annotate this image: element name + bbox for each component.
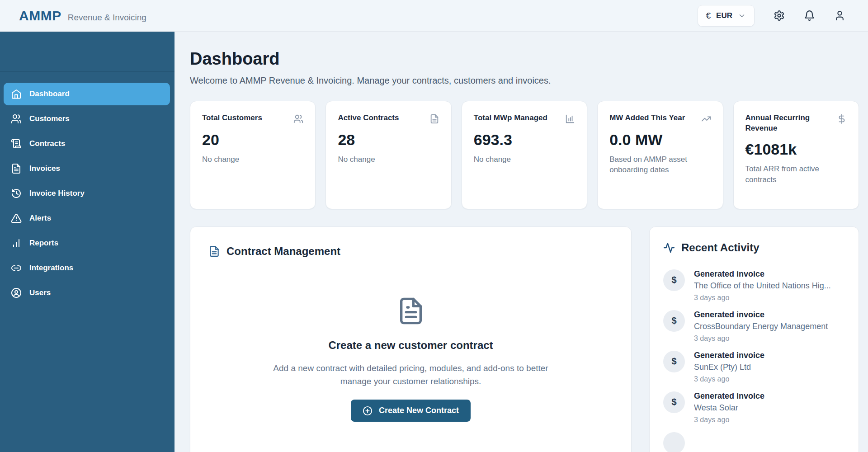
- chevron-down-icon: [738, 12, 746, 20]
- sidebar-item-contracts[interactable]: Contracts: [4, 132, 170, 155]
- sidebar-item-label: Dashboard: [29, 89, 70, 99]
- stat-card-total-customers: Total Customers 20 No change: [190, 101, 316, 209]
- file-text-icon: [429, 114, 439, 124]
- sidebar-item-label: Invoices: [29, 164, 60, 173]
- activity-time: 3 days ago: [694, 294, 831, 302]
- contract-empty-state: Create a new customer contract Add a new…: [208, 297, 613, 422]
- activity-time: 3 days ago: [694, 416, 764, 424]
- stat-label: Annual Recurring Revenue: [745, 113, 832, 134]
- stat-card-arr: Annual Recurring Revenue €1081k Total AR…: [733, 101, 859, 209]
- bar-chart-icon: [565, 114, 575, 124]
- sidebar-item-customers[interactable]: Customers: [4, 108, 170, 130]
- recent-activity-panel: Recent Activity $ Generated invoice The …: [649, 226, 859, 452]
- activity-title: Generated invoice: [694, 391, 764, 401]
- sidebar-item-invoice-history[interactable]: Invoice History: [4, 182, 170, 205]
- stat-value: 28: [338, 131, 439, 149]
- sidebar: Dashboard Customers Contracts Invoices I…: [0, 32, 175, 452]
- stat-label: Active Contracts: [338, 113, 399, 124]
- gear-icon: [774, 10, 785, 21]
- scroll-icon: [11, 138, 22, 149]
- sidebar-item-dashboard[interactable]: Dashboard: [4, 83, 170, 105]
- activity-title: Generated invoice: [694, 351, 764, 360]
- activity-title: Generated invoice: [694, 310, 828, 320]
- user-menu-button[interactable]: [834, 10, 845, 21]
- activity-subject: The Office of the United Nations Hig...: [694, 281, 831, 291]
- file-text-icon: [208, 245, 220, 257]
- stat-value: €1081k: [745, 141, 847, 158]
- stat-label: Total Customers: [202, 113, 262, 124]
- sidebar-item-label: Contracts: [29, 139, 65, 148]
- panel-title: Recent Activity: [681, 241, 760, 254]
- settings-button[interactable]: [774, 10, 785, 21]
- stat-label: Total MWp Managed: [474, 113, 547, 124]
- activity-subject: SunEx (Pty) Ltd: [694, 363, 764, 372]
- sidebar-item-label: Users: [29, 288, 51, 297]
- sidebar-item-users[interactable]: Users: [4, 282, 170, 304]
- sidebar-top-spacer: [0, 32, 175, 71]
- stat-value: 20: [202, 131, 303, 149]
- dollar-avatar: $: [663, 310, 685, 332]
- activity-list: $ Generated invoice The Office of the Un…: [663, 269, 845, 452]
- dollar-avatar: [663, 432, 685, 452]
- main-content: Dashboard Welcome to AMMP Revenue & Invo…: [175, 32, 868, 452]
- empty-state-title: Create a new customer contract: [328, 339, 493, 352]
- activity-item: $ Generated invoice SunEx (Pty) Ltd 3 da…: [663, 351, 845, 383]
- bar-chart-icon: [11, 238, 22, 249]
- app-subtitle: Revenue & Invoicing: [68, 13, 146, 23]
- panel-title: Contract Management: [226, 245, 340, 258]
- dollar-avatar: $: [663, 391, 685, 413]
- users-icon: [11, 113, 22, 124]
- page-title: Dashboard: [190, 49, 859, 70]
- stat-note: No change: [338, 154, 428, 165]
- activity-time: 3 days ago: [694, 334, 828, 343]
- sidebar-nav: Dashboard Customers Contracts Invoices I…: [0, 71, 175, 304]
- stat-note: Based on AMMP asset onboarding dates: [609, 154, 700, 176]
- user-circle-icon: [11, 287, 22, 298]
- file-text-icon: [11, 163, 22, 174]
- currency-selector[interactable]: € EUR: [698, 5, 755, 27]
- contract-management-panel: Contract Management Create a new custome…: [190, 226, 632, 452]
- sidebar-item-integrations[interactable]: Integrations: [4, 257, 170, 279]
- header-actions: € EUR: [698, 5, 845, 27]
- bell-icon: [804, 10, 815, 21]
- activity-pulse-icon: [663, 242, 675, 254]
- activity-subject: CrossBoundary Energy Management: [694, 322, 828, 331]
- stat-note: No change: [202, 154, 292, 165]
- empty-state-description: Add a new contract with detailed pricing…: [266, 362, 556, 388]
- link-icon: [11, 263, 22, 273]
- activity-title: Generated invoice: [694, 269, 831, 279]
- sidebar-item-label: Alerts: [29, 214, 51, 223]
- dollar-avatar: $: [663, 351, 685, 372]
- activity-time: 3 days ago: [694, 375, 764, 383]
- sidebar-item-alerts[interactable]: Alerts: [4, 207, 170, 230]
- notifications-button[interactable]: [804, 10, 815, 21]
- sidebar-item-label: Customers: [29, 114, 70, 123]
- create-button-label: Create New Contract: [379, 406, 459, 415]
- stat-card-mw-added: MW Added This Year 0.0 MW Based on AMMP …: [597, 101, 723, 209]
- users-icon: [293, 114, 303, 124]
- sidebar-item-label: Integrations: [29, 264, 73, 273]
- stat-note: No change: [474, 154, 564, 165]
- home-icon: [11, 89, 22, 99]
- app-logo: AMMP: [19, 8, 61, 24]
- sidebar-item-invoices[interactable]: Invoices: [4, 157, 170, 180]
- stat-value: 693.3: [474, 131, 575, 149]
- page-welcome: Welcome to AMMP Revenue & Invoicing. Man…: [190, 75, 859, 86]
- top-header: AMMP Revenue & Invoicing € EUR: [0, 0, 868, 32]
- plus-circle-icon: [363, 406, 373, 416]
- create-new-contract-button[interactable]: Create New Contract: [351, 400, 471, 422]
- activity-subject: Westa Solar: [694, 403, 764, 413]
- currency-code: EUR: [716, 11, 732, 20]
- stats-row: Total Customers 20 No change Active Cont…: [190, 101, 859, 209]
- brand: AMMP Revenue & Invoicing: [19, 8, 146, 24]
- stat-value: 0.0 MW: [609, 131, 711, 149]
- file-text-icon: [396, 297, 425, 325]
- stat-label: MW Added This Year: [609, 113, 685, 124]
- stat-card-active-contracts: Active Contracts 28 No change: [326, 101, 451, 209]
- stat-note: Total ARR from active contracts: [745, 164, 836, 185]
- trending-up-icon: [701, 114, 711, 124]
- sidebar-item-reports[interactable]: Reports: [4, 232, 170, 254]
- dollar-icon: [837, 114, 847, 134]
- activity-item: $ Generated invoice CrossBoundary Energy…: [663, 310, 845, 343]
- euro-icon: €: [706, 11, 711, 21]
